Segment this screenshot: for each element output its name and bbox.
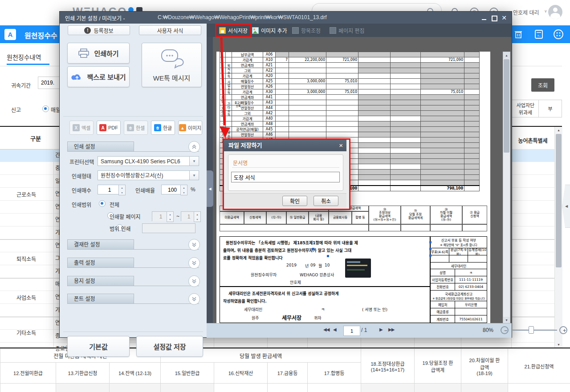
section-paper-settings[interactable]: 용지 설정 xyxy=(67,276,199,286)
page-edit-button[interactable]: 페이지 편집 xyxy=(327,25,367,36)
last-page-button[interactable]: ▶▶ xyxy=(388,327,394,332)
export-button[interactable]: A PDF xyxy=(97,121,121,135)
modal-close-icon[interactable]: × xyxy=(336,141,346,150)
page-from-stepper[interactable]: ▲▼ xyxy=(152,211,168,221)
report-monthly-radio[interactable] xyxy=(42,105,49,112)
registration-info-button[interactable]: ! 등록정보 xyxy=(68,25,130,35)
panel-collapse-handle[interactable]: ◀ xyxy=(562,185,570,228)
avatar[interactable] xyxy=(548,5,562,19)
form-row: 가감계 A20 xyxy=(220,73,480,79)
dialog-title: 인쇄 기본 설정 / 미리보기 - xyxy=(65,14,125,22)
range-custom-input[interactable] xyxy=(142,223,195,233)
search-button[interactable]: 조회 xyxy=(531,78,554,92)
stepper-arrows-icon[interactable]: ▲▼ xyxy=(167,211,174,222)
adjust-items-button[interactable]: 항목조정 xyxy=(289,25,323,36)
first-page-button[interactable]: ◀◀ xyxy=(323,327,329,332)
range-all-radio[interactable] xyxy=(99,200,106,207)
form-row: 매월징수 A25 3,000,000 75,010 xyxy=(220,79,480,84)
section-print-settings[interactable]: 인쇄 설정 xyxy=(67,141,199,152)
add-image-button[interactable]: 이미지 추가 xyxy=(249,25,290,36)
form-row: 그외 A22 xyxy=(220,68,480,73)
dialog-titlebar[interactable]: 인쇄 기본 설정 / 미리보기 - C:₩Douzone₩Wehago₩Weha… xyxy=(60,12,512,24)
delete-icon[interactable] xyxy=(512,28,525,40)
next-page-button[interactable]: ▶ xyxy=(379,327,383,332)
app-module-icon[interactable]: A xyxy=(4,29,16,40)
tilde-label: ~ xyxy=(176,213,179,219)
tab-withholding-detail[interactable]: 원천징수내역 xyxy=(7,53,41,61)
save-settings-button[interactable]: 설정값 저장 xyxy=(136,336,203,357)
prev-page-button[interactable]: ◀ xyxy=(333,327,336,332)
print-form-select-arrow-icon[interactable]: ▼ xyxy=(189,170,199,180)
user-name[interactable]: 안호제 대리 xyxy=(513,8,539,16)
form-row: 그외 A42 xyxy=(220,111,480,116)
maximize-icon[interactable] xyxy=(490,14,498,21)
user-form-button[interactable]: 사용자 서식 xyxy=(139,25,201,35)
default-values-button[interactable]: 기본값 xyxy=(67,336,130,357)
cancel-button[interactable]: 취소 xyxy=(314,196,338,206)
footer-column-header: 15.일반환급 xyxy=(161,363,214,384)
zoom-slider-track[interactable] xyxy=(513,330,557,331)
export-button[interactable]: ▲ 이미지 xyxy=(178,121,202,135)
section-font-settings[interactable]: 폰트 설정 xyxy=(67,294,199,304)
image-icon xyxy=(252,27,259,34)
zoom-out-button[interactable]: − xyxy=(501,326,509,334)
printer-select-arrow-icon[interactable]: ▼ xyxy=(189,156,199,166)
biz-unit-tax-label: 사업자단 위과세 xyxy=(511,100,540,117)
fax-cloud-icon xyxy=(71,73,83,81)
section-output-settings[interactable]: 출력 설정 xyxy=(67,258,199,268)
export-button[interactable]: ㅎ 한글 xyxy=(151,121,175,135)
preview-scrollbar[interactable]: ▲ ▼ xyxy=(503,52,510,323)
scrollbar-thumb[interactable] xyxy=(556,134,562,267)
collapse-up-icon[interactable] xyxy=(188,141,200,153)
stepper-arrows-icon[interactable]: ▲▼ xyxy=(194,211,201,222)
zoom-slider-thumb[interactable] xyxy=(529,326,534,334)
collapse-down-icon[interactable] xyxy=(188,257,200,269)
collapse-down-icon[interactable] xyxy=(188,293,200,305)
range-all-label: 전체 xyxy=(110,201,119,208)
printer-select-label: 프린터선택 xyxy=(69,158,94,166)
document-name-label: 문서명 xyxy=(233,159,248,166)
send-fax-button[interactable]: 팩스로 보내기 xyxy=(67,66,130,87)
page-number-input[interactable] xyxy=(343,326,360,336)
footer-column-header: 13.기환급신청 xyxy=(56,363,110,384)
copies-label: 인쇄매수 xyxy=(72,186,91,194)
minimize-icon[interactable] xyxy=(480,14,489,21)
print-range-label: 인쇄범위 xyxy=(72,201,91,208)
document-name-input[interactable] xyxy=(231,172,340,182)
page-to-stepper[interactable]: ▲▼ xyxy=(181,211,195,221)
stepper-arrows-icon[interactable]: ▲▼ xyxy=(118,185,126,195)
footer-col20: 20.차월이월 환 급액 (18-19) xyxy=(461,349,508,384)
scroll-up-icon[interactable]: ▲ xyxy=(503,52,510,59)
close-icon[interactable]: ✕ xyxy=(500,14,508,21)
footer-column-header: 17.합병등 xyxy=(308,363,361,384)
background-scrollbar[interactable]: ▲ ▼ xyxy=(554,127,562,348)
scale-stepper[interactable]: ▲▼ xyxy=(161,185,182,194)
confirm-button[interactable]: 확인 xyxy=(282,196,307,206)
footer-column-header: 12.전월미환급 xyxy=(0,363,56,384)
apps-menu-icon[interactable] xyxy=(552,28,565,40)
save-form-button[interactable]: 서식저장 xyxy=(216,25,250,36)
collapse-down-icon[interactable] xyxy=(188,275,200,287)
collapse-down-icon[interactable] xyxy=(188,239,200,251)
floppy-disk-icon xyxy=(219,27,226,34)
scroll-down-icon[interactable]: ▼ xyxy=(555,341,562,348)
export-button[interactable]: X 엑셀 xyxy=(69,121,94,135)
calculator-icon[interactable]: +- xyxy=(533,28,545,40)
section-approval-settings[interactable]: 결재란 설정 xyxy=(67,239,199,250)
print-form-select[interactable]: 원천징수이행상황신고서(신) xyxy=(98,170,190,180)
preview-collapse-handle[interactable]: ◀ xyxy=(207,170,213,207)
scroll-down-icon[interactable]: ▼ xyxy=(503,317,510,323)
print-button[interactable]: 인쇄하기 xyxy=(67,43,130,64)
form-row: 가감계 A40 xyxy=(220,116,480,121)
export-button[interactable]: ㅎ 한셀 xyxy=(124,121,148,135)
scrollbar-thumb[interactable] xyxy=(504,59,509,153)
modal-title: 파일 저장하기 xyxy=(224,140,346,151)
footer-cell[interactable] xyxy=(0,384,56,392)
copies-stepper[interactable]: ▲▼ xyxy=(98,185,120,194)
zoom-in-button[interactable]: + xyxy=(559,326,567,334)
user-menu-caret-icon[interactable]: ∨ xyxy=(544,9,547,13)
wetalk-message-button[interactable]: WE톡 메시지 xyxy=(142,43,202,87)
stepper-arrows-icon[interactable]: ▲▼ xyxy=(180,185,187,195)
scroll-up-icon[interactable]: ▲ xyxy=(555,127,562,133)
printer-select[interactable]: Samsung CLX-4190 Series PCL6 xyxy=(98,156,190,166)
